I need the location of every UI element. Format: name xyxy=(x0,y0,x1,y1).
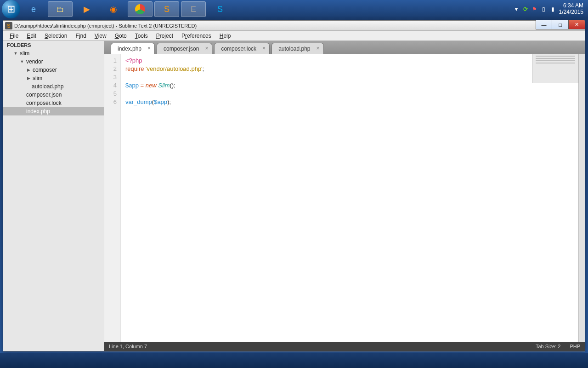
tab-composer-lock[interactable]: composer.lock × xyxy=(214,43,270,54)
close-icon[interactable]: × xyxy=(147,45,151,52)
menu-tools[interactable]: Tools xyxy=(131,32,152,40)
vertical-scrollbar[interactable] xyxy=(578,54,585,342)
tok: require xyxy=(125,65,144,72)
tree-label: composer.json xyxy=(26,92,62,98)
tok: var_dump xyxy=(125,98,152,105)
minimap[interactable] xyxy=(532,54,578,83)
taskbar-sublime-icon[interactable]: S xyxy=(154,1,179,17)
tree-label: autoload.php xyxy=(32,83,63,90)
triangle-down-icon: ▼ xyxy=(13,51,18,56)
tab-strip: index.php × composer.json × composer.loc… xyxy=(104,41,585,54)
sidebar: FOLDERS ▼ slim ▼ vendor ▶ composer xyxy=(3,41,104,351)
tab-label: autoload.php xyxy=(278,46,310,52)
clock-date: 1/24/2015 xyxy=(559,9,583,16)
menu-view[interactable]: View xyxy=(91,32,110,40)
menu-goto[interactable]: Goto xyxy=(111,32,130,40)
taskbar-clock[interactable]: 6:34 AM 1/24/2015 xyxy=(559,3,583,16)
status-position[interactable]: Line 1, Column 7 xyxy=(109,344,147,349)
taskbar-skype-icon[interactable]: S xyxy=(208,1,232,17)
tok: Slim xyxy=(158,82,170,89)
clock-time: 6:34 AM xyxy=(559,3,583,9)
tok: ; xyxy=(203,65,204,72)
tree-folder-slim[interactable]: ▼ slim xyxy=(3,49,104,58)
tab-index-php[interactable]: index.php × xyxy=(111,43,155,54)
triangle-right-icon: ▶ xyxy=(26,68,31,72)
tok: $app xyxy=(154,98,167,105)
tree-file-composer-lock[interactable]: composer.lock xyxy=(3,99,104,107)
line-number: 5 xyxy=(104,90,117,98)
window-title: D:\xampp\htdocs\slim\index.php (crmproje… xyxy=(14,23,197,29)
window-titlebar[interactable]: S D:\xampp\htdocs\slim\index.php (crmpro… xyxy=(3,21,585,31)
tab-autoload-php[interactable]: autoload.php × xyxy=(271,43,323,54)
menu-file[interactable]: File xyxy=(6,32,22,40)
close-icon[interactable]: × xyxy=(205,45,208,52)
tree-folder-composer[interactable]: ▶ composer xyxy=(3,66,104,74)
triangle-right-icon: ▶ xyxy=(26,76,31,80)
tok: 'vendor/autoload.php' xyxy=(146,65,203,72)
app-icon: S xyxy=(5,22,12,29)
tok: <?php xyxy=(125,57,142,64)
tok: $app xyxy=(125,82,139,89)
close-icon[interactable]: × xyxy=(317,45,320,52)
tree-label: index.php xyxy=(26,108,50,115)
tab-composer-json[interactable]: composer.json × xyxy=(157,43,212,54)
tok: ; xyxy=(169,98,171,105)
taskbar-ie-icon[interactable]: e xyxy=(21,1,46,17)
tab-label: index.php xyxy=(118,46,141,52)
tok: = xyxy=(141,82,144,89)
taskbar-evernote-icon[interactable]: E xyxy=(181,1,206,17)
menu-help[interactable]: Help xyxy=(216,32,235,40)
close-icon[interactable]: × xyxy=(262,45,266,52)
tray-sync-icon[interactable]: ⟳ xyxy=(522,6,529,12)
tok: () xyxy=(170,82,174,89)
tree-label: slim xyxy=(33,75,42,81)
menubar: File Edit Selection Find View Goto Tools… xyxy=(3,31,585,41)
code-editor[interactable]: 1 2 3 4 5 6 <?php require 'vendor/autolo… xyxy=(104,54,585,342)
tree-label: vendor xyxy=(26,58,43,65)
tree-label: slim xyxy=(20,50,29,57)
window-controls: — □ ✕ xyxy=(536,20,585,29)
tree-folder-vendor[interactable]: ▼ vendor xyxy=(3,58,104,66)
line-number: 4 xyxy=(104,81,117,90)
menu-project[interactable]: Project xyxy=(153,32,177,40)
tray-network-icon[interactable]: ▮ xyxy=(550,6,556,12)
taskbar-chrome-icon[interactable] xyxy=(128,1,153,17)
menu-preferences[interactable]: Preferences xyxy=(178,32,215,40)
menu-find[interactable]: Find xyxy=(72,32,90,40)
menu-edit[interactable]: Edit xyxy=(23,32,40,40)
window-maximize-button[interactable]: □ xyxy=(552,20,569,29)
sublime-window: S D:\xampp\htdocs\slim\index.php (crmpro… xyxy=(3,20,585,351)
editor-area: index.php × composer.json × composer.loc… xyxy=(104,41,585,351)
line-number: 6 xyxy=(104,98,117,106)
tok: new xyxy=(146,82,157,89)
taskbar-mediaplayer-icon[interactable]: ▶ xyxy=(74,1,99,17)
tree-file-composer-json[interactable]: composer.json xyxy=(3,91,104,99)
line-number: 1 xyxy=(104,57,117,65)
tray-battery-icon[interactable]: ▯ xyxy=(541,6,547,12)
tok: ; xyxy=(174,82,175,89)
folder-tree: ▼ slim ▼ vendor ▶ composer ▶ slim xyxy=(3,49,104,351)
tree-file-index-php[interactable]: index.php xyxy=(3,107,104,115)
system-tray: ▾ ⟳ ⚑ ▯ ▮ 6:34 AM 1/24/2015 xyxy=(513,3,586,16)
tab-label: composer.json xyxy=(164,46,199,52)
tree-label: composer.lock xyxy=(26,100,62,106)
status-bar: Line 1, Column 7 Tab Size: 2 PHP xyxy=(104,342,585,351)
window-minimize-button[interactable]: — xyxy=(536,20,552,29)
tree-label: composer xyxy=(33,67,57,73)
sidebar-header: FOLDERS xyxy=(3,41,104,49)
tree-folder-slim-inner[interactable]: ▶ slim xyxy=(3,74,104,82)
taskbar-firefox-icon[interactable]: ◉ xyxy=(101,1,126,17)
line-gutter: 1 2 3 4 5 6 xyxy=(104,54,121,342)
desktop-bottom-bar xyxy=(0,353,588,368)
status-language[interactable]: PHP xyxy=(570,344,580,349)
menu-selection[interactable]: Selection xyxy=(41,32,71,40)
start-button[interactable]: ⊞ xyxy=(2,0,20,18)
code-content[interactable]: <?php require 'vendor/autoload.php'; $ap… xyxy=(121,54,585,342)
tree-file-autoload[interactable]: autoload.php xyxy=(3,82,104,91)
tray-chevron-icon[interactable]: ▾ xyxy=(513,6,520,12)
triangle-down-icon: ▼ xyxy=(20,59,24,64)
window-close-button[interactable]: ✕ xyxy=(569,20,585,29)
taskbar-explorer-icon[interactable]: 🗀 xyxy=(48,1,73,17)
tray-flag-icon[interactable]: ⚑ xyxy=(531,6,538,12)
status-tabsize[interactable]: Tab Size: 2 xyxy=(536,344,560,349)
